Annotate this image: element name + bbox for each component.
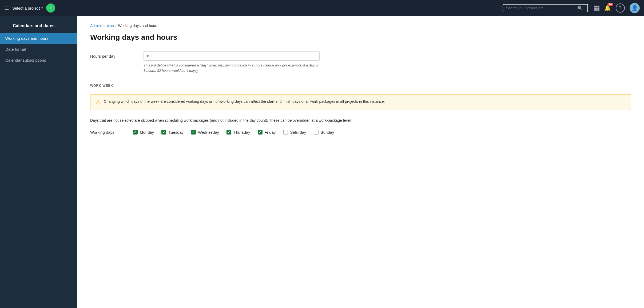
working-days-row: Working days Monday Tuesday Wednesday: [90, 130, 631, 135]
breadcrumb: Administration / Working days and hours: [90, 23, 631, 28]
sidebar-nav: Working days and hours Date format Calen…: [0, 33, 77, 66]
hamburger-menu-icon[interactable]: ☰: [4, 5, 9, 11]
search-input[interactable]: [506, 6, 575, 10]
page-title: Working days and hours: [90, 33, 631, 42]
search-icon: 🔍: [577, 6, 583, 11]
tuesday-label: Tuesday: [168, 130, 184, 135]
friday-label: Friday: [265, 130, 276, 135]
day-item-sunday[interactable]: Sunday: [314, 130, 334, 135]
sidebar-item-date-format[interactable]: Date format: [0, 44, 77, 55]
topnav-actions: 🔔 14 ? 👤: [594, 3, 640, 13]
tuesday-checkbox[interactable]: [161, 130, 166, 135]
day-item-friday[interactable]: Friday: [258, 130, 276, 135]
monday-label: Monday: [140, 130, 154, 135]
sunday-label: Sunday: [321, 130, 334, 135]
main-content: Administration / Working days and hours …: [77, 16, 644, 308]
help-button[interactable]: ?: [616, 3, 625, 13]
sunday-checkbox[interactable]: [314, 130, 319, 135]
monday-checkbox[interactable]: [133, 130, 138, 135]
hours-per-day-field: This will define what is considered a "d…: [144, 51, 320, 73]
working-days-description: Days that are not selected are skipped w…: [90, 117, 384, 123]
project-select[interactable]: Select a project ▾: [12, 6, 43, 10]
sidebar-section-title: Calendars and dates: [13, 23, 55, 28]
sidebar: ← Calendars and dates Working days and h…: [0, 16, 77, 308]
work-week-header: WORK WEEK: [90, 84, 631, 90]
day-item-wednesday[interactable]: Wednesday: [191, 130, 219, 135]
sidebar-back-button[interactable]: ← Calendars and dates: [0, 20, 77, 33]
back-arrow-icon: ←: [5, 23, 10, 29]
friday-checkbox[interactable]: [258, 130, 263, 135]
avatar-image: 👤: [631, 5, 638, 11]
user-avatar[interactable]: 👤: [630, 3, 640, 13]
thursday-checkbox[interactable]: [226, 130, 231, 135]
day-item-monday[interactable]: Monday: [133, 130, 154, 135]
saturday-checkbox[interactable]: [283, 130, 288, 135]
warning-message: Changing which days of the week are cons…: [104, 99, 385, 104]
breadcrumb-admin-link[interactable]: Administration: [90, 23, 114, 28]
sidebar-resize-handle[interactable]: ⋮: [74, 162, 77, 166]
sidebar-item-calendar-subscriptions[interactable]: Calendar subscriptions: [0, 55, 77, 66]
working-days-label: Working days: [90, 130, 133, 135]
chevron-down-icon: ▾: [41, 6, 43, 10]
thursday-label: Thursday: [233, 130, 250, 135]
day-item-tuesday[interactable]: Tuesday: [161, 130, 184, 135]
warning-triangle-icon: ⚠: [96, 99, 101, 105]
search-bar[interactable]: 🔍: [503, 4, 588, 12]
breadcrumb-separator: /: [116, 23, 117, 28]
warning-box: ⚠ Changing which days of the week are co…: [90, 94, 631, 110]
grid-apps-button[interactable]: [594, 6, 599, 11]
saturday-label: Saturday: [290, 130, 306, 135]
app-layout: ← Calendars and dates Working days and h…: [0, 16, 644, 308]
notifications-button[interactable]: 🔔 14: [604, 5, 611, 11]
hours-per-day-hint: This will define what is considered a "d…: [144, 63, 320, 73]
day-item-saturday[interactable]: Saturday: [283, 130, 306, 135]
hours-per-day-input[interactable]: [144, 51, 320, 61]
hours-per-day-row: Hours per day This will define what is c…: [90, 51, 631, 73]
breadcrumb-current-page: Working days and hours: [118, 23, 158, 28]
top-navigation: ☰ Select a project ▾ + 🔍 🔔 14 ? 👤: [0, 0, 644, 16]
project-select-label: Select a project: [12, 6, 40, 10]
sidebar-item-working-days[interactable]: Working days and hours: [0, 33, 77, 44]
wednesday-checkbox[interactable]: [191, 130, 196, 135]
days-list: Monday Tuesday Wednesday Thursday: [133, 130, 334, 135]
add-project-button[interactable]: +: [46, 3, 55, 13]
wednesday-label: Wednesday: [198, 130, 219, 135]
work-week-section: WORK WEEK ⚠ Changing which days of the w…: [90, 84, 631, 135]
hours-per-day-label: Hours per day: [90, 51, 133, 58]
notification-badge: 14: [607, 3, 613, 6]
day-item-thursday[interactable]: Thursday: [226, 130, 250, 135]
help-icon: ?: [619, 6, 622, 10]
